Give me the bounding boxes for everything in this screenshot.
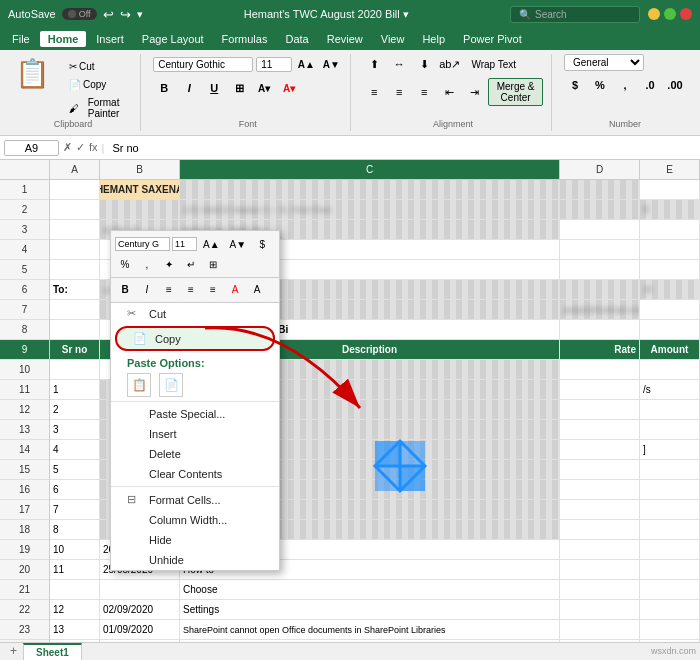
orientation-button[interactable]: ab↗ [438,54,461,74]
cell-e18[interactable] [640,520,700,539]
decrease-font-button[interactable]: A▼ [320,54,342,74]
cell-e21[interactable] [640,580,700,599]
menu-power-pivot[interactable]: Power Pivot [455,31,530,47]
menu-review[interactable]: Review [319,31,371,47]
row-num-10[interactable]: 10 [0,360,49,380]
cell-e5[interactable] [640,260,700,279]
col-header-c[interactable]: C [180,160,560,179]
cell-e10[interactable] [640,360,700,379]
font-color-button[interactable]: A▾ [278,78,300,98]
row-num-19[interactable]: 19 [0,540,49,560]
row-num-13[interactable]: 13 [0,420,49,440]
cell-a9[interactable]: Sr no [50,340,100,359]
cell-c23[interactable]: SharePoint cannot open Office documents … [180,620,560,639]
formula-input[interactable]: Sr no [108,141,696,155]
cell-b24[interactable]: 31/08/2020 [100,640,180,642]
autosave-toggle[interactable]: Off [62,8,97,20]
row-num-6[interactable]: 6 [0,280,49,300]
font-size-input[interactable] [256,57,292,72]
cell-d11[interactable] [560,380,640,399]
row-num-18[interactable]: 18 [0,520,49,540]
redo-icon[interactable]: ↪ [120,7,131,22]
align-middle-button[interactable]: ↔ [388,54,410,74]
menu-page-layout[interactable]: Page Layout [134,31,212,47]
cell-e3[interactable] [640,220,700,239]
cell-e8[interactable] [640,320,700,339]
cell-d8[interactable] [560,320,640,339]
row-num-15[interactable]: 15 [0,460,49,480]
font-name-input[interactable] [153,57,253,72]
undo-icon[interactable]: ↩ [103,7,114,22]
cell-b1[interactable]: HEMANT SAXENA [100,180,180,199]
cell-a21[interactable] [50,580,100,599]
cell-d18[interactable] [560,520,640,539]
row-num-22[interactable]: 22 [0,600,49,620]
mini-separator-sym[interactable]: , [137,255,157,273]
cell-a7[interactable] [50,300,100,319]
row-num-14[interactable]: 14 [0,440,49,460]
cell-d12[interactable] [560,400,640,419]
currency-button[interactable]: $ [564,75,586,95]
cell-e16[interactable] [640,480,700,499]
menu-help[interactable]: Help [414,31,453,47]
mini-font-color[interactable]: A [225,280,245,298]
row-num-9[interactable]: 9 [0,340,49,360]
ctx-delete[interactable]: Delete [111,444,279,464]
cell-a18[interactable]: 8 [50,520,100,539]
cell-a10[interactable] [50,360,100,379]
cell-e4[interactable] [640,240,700,259]
cell-c22[interactable]: Settings [180,600,560,619]
cell-a20[interactable]: 11 [50,560,100,579]
cell-e17[interactable] [640,500,700,519]
bold-button[interactable]: B [153,78,175,98]
menu-file[interactable]: File [4,31,38,47]
close-button[interactable] [680,8,692,20]
percent-button[interactable]: % [589,75,611,95]
cell-a6[interactable]: To: [50,280,100,299]
cell-a23[interactable]: 13 [50,620,100,639]
cell-a5[interactable] [50,260,100,279]
border-button[interactable]: ⊞ [228,78,250,98]
copy-button[interactable]: 📄 Copy [63,76,132,93]
menu-view[interactable]: View [373,31,413,47]
cell-e19[interactable] [640,540,700,559]
cell-a22[interactable]: 12 [50,600,100,619]
ctx-format-cells[interactable]: ⊟ Format Cells... [111,489,279,510]
mini-star[interactable]: ✦ [159,255,179,273]
ctx-hide[interactable]: Hide [111,530,279,550]
mini-decrease-font[interactable]: A▼ [226,235,251,253]
align-bottom-button[interactable]: ⬇ [413,54,435,74]
cell-e9[interactable]: Amount [640,340,700,359]
row-num-2[interactable]: 2 [0,200,49,220]
cell-d23[interactable] [560,620,640,639]
cell-e13[interactable] [640,420,700,439]
row-num-11[interactable]: 11 [0,380,49,400]
cell-b21[interactable] [100,580,180,599]
menu-formulas[interactable]: Formulas [214,31,276,47]
cell-e23[interactable] [640,620,700,639]
increase-indent-button[interactable]: ⇥ [463,82,485,102]
mini-currency[interactable]: $ [252,235,272,253]
mini-font-input[interactable] [115,237,170,251]
cell-a3[interactable] [50,220,100,239]
cell-d1[interactable] [560,180,640,199]
underline-button[interactable]: U [203,78,225,98]
decrease-indent-button[interactable]: ⇤ [438,82,460,102]
cell-e24[interactable] [640,640,700,642]
search-box[interactable]: 🔍 Search [510,6,640,23]
format-painter-button[interactable]: 🖌 Format Painter [63,94,132,122]
mini-size-input[interactable] [172,237,197,251]
align-right-button[interactable]: ≡ [413,82,435,102]
mini-border[interactable]: ⊞ [203,255,223,273]
quick-access-icon[interactable]: ▾ [137,8,143,21]
cell-c21[interactable]: Choose [180,580,560,599]
row-num-5[interactable]: 5 [0,260,49,280]
paste-icon-1[interactable]: 📋 [127,373,151,397]
mini-wrap[interactable]: ↵ [181,255,201,273]
cancel-formula-icon[interactable]: ✗ [63,141,72,154]
cell-e6[interactable]: )4 [640,280,700,299]
cell-e15[interactable] [640,460,700,479]
cell-d6[interactable] [560,280,640,299]
mini-bold[interactable]: B [115,280,135,298]
cell-e7[interactable] [640,300,700,319]
